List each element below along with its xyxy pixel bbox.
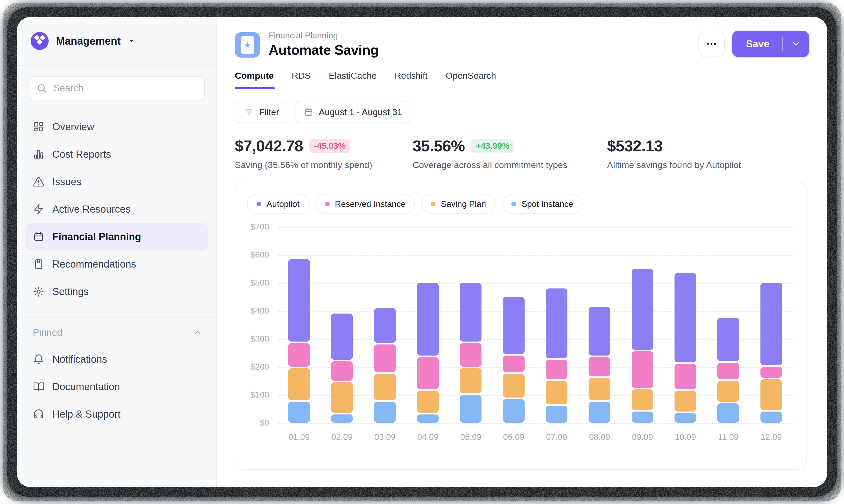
bar-segment-spot-instance[interactable] [374,402,396,422]
more-button[interactable] [698,31,725,57]
bar-segment-reserved-instance[interactable] [717,363,739,379]
sidebar-item-overview[interactable]: Overview [25,113,208,141]
bell-icon [33,354,45,365]
toolbar: Filter August 1 - August 31 [217,89,827,123]
sidebar-item-cost-reports[interactable]: Cost Reports [25,141,208,168]
legend-item-autopilot[interactable]: Autopilot [247,194,309,214]
bar-segment-saving-plan[interactable] [717,381,739,402]
bar-segment-spot-instance[interactable] [503,399,524,422]
sidebar-item-issues[interactable]: Issues [25,168,208,196]
search-input-wrap[interactable] [29,76,205,101]
sidebar-item-label: Financial Planning [52,231,141,242]
page-header: ★ Financial Planning Automate Saving Sav… [217,17,827,58]
legend-dot [325,201,330,206]
bookmark-icon [33,258,45,270]
sidebar-item-active-resources[interactable]: Active Resources [25,196,208,223]
bar-06.09 [492,227,535,422]
bar-segment-reserved-instance[interactable] [589,357,610,377]
bar-segment-autopilot[interactable] [632,269,653,350]
bar-segment-saving-plan[interactable] [760,379,782,410]
bar-segment-reserved-instance[interactable] [417,357,439,389]
bar-segment-spot-instance[interactable] [331,414,353,422]
bar-segment-autopilot[interactable] [546,288,567,358]
bar-segment-saving-plan[interactable] [417,391,439,413]
bar-segment-autopilot[interactable] [503,297,524,354]
sidebar-item-notifications[interactable]: Notifications [25,345,208,373]
bar-segment-spot-instance[interactable] [417,414,439,422]
bar-03.09 [364,227,407,422]
x-axis-label: 05.09 [449,432,492,442]
bar-segment-saving-plan[interactable] [632,389,653,410]
bar-segment-spot-instance[interactable] [760,412,782,422]
bar-segment-saving-plan[interactable] [503,374,524,397]
sidebar-item-label: Settings [52,286,89,298]
bar-segment-reserved-instance[interactable] [460,343,482,367]
legend-item-reserved-instance[interactable]: Reserved Instance [315,194,415,214]
grid-icon [33,121,45,132]
legend-item-saving-plan[interactable]: Saving Plan [421,194,496,214]
bar-segment-reserved-instance[interactable] [503,356,524,372]
save-button[interactable]: Save [732,31,809,57]
main-content: ★ Financial Planning Automate Saving Sav… [217,17,827,487]
filter-button[interactable]: Filter [235,101,288,123]
bar-segment-saving-plan[interactable] [460,368,482,393]
workspace-switcher[interactable]: Management [17,17,216,66]
save-dropdown-button[interactable] [783,39,809,49]
caret-down-icon [127,37,136,45]
bar-segment-spot-instance[interactable] [460,395,482,422]
bar-segment-spot-instance[interactable] [674,413,696,422]
sidebar-item-help-support[interactable]: Help & Support [25,400,208,428]
bar-segment-reserved-instance[interactable] [374,344,396,372]
x-axis-label: 12.09 [750,432,793,442]
sidebar-item-documentation[interactable]: Documentation [25,373,208,400]
search-input[interactable] [53,83,197,94]
bar-segment-spot-instance[interactable] [288,402,310,422]
sidebar: Management OverviewCost ReportsIssuesAct… [17,17,217,487]
bar-segment-reserved-instance[interactable] [546,360,567,379]
bar-segment-autopilot[interactable] [374,308,396,343]
page-titles: Financial Planning Automate Saving [269,31,379,58]
bar-04.09 [407,227,449,422]
bar-segment-saving-plan[interactable] [546,381,567,404]
bar-segment-spot-instance[interactable] [589,402,610,422]
tab-opensearch[interactable]: OpenSearch [446,71,496,89]
bar-segment-saving-plan[interactable] [374,374,396,400]
bar-segment-autopilot[interactable] [717,318,739,361]
y-axis-tick: $200 [245,362,269,372]
tab-bar: ComputeRDSElastiCacheRedshiftOpenSearch [217,58,827,89]
sidebar-item-recommendations[interactable]: Recommendations [25,250,208,278]
bar-segment-autopilot[interactable] [288,259,310,342]
bar-segment-autopilot[interactable] [460,283,482,342]
bar-segment-reserved-instance[interactable] [632,351,653,388]
bar-segment-saving-plan[interactable] [589,378,610,400]
bar-segment-reserved-instance[interactable] [288,343,310,367]
bar-segment-saving-plan[interactable] [331,382,353,413]
bar-10.09 [664,227,707,422]
bar-segment-reserved-instance[interactable] [760,367,782,378]
tab-redshift[interactable]: Redshift [395,71,428,89]
date-range-button[interactable]: August 1 - August 31 [295,101,411,123]
sidebar-item-financial-planning[interactable]: Financial Planning [25,223,208,250]
bar-segment-saving-plan[interactable] [288,368,310,400]
bar-segment-autopilot[interactable] [331,313,353,360]
tab-compute[interactable]: Compute [235,71,274,89]
bar-segment-spot-instance[interactable] [632,412,653,422]
sidebar-item-label: Help & Support [52,409,121,420]
calendar-icon [304,107,314,117]
bar-segment-autopilot[interactable] [674,273,696,363]
tab-elasticache[interactable]: ElastiCache [329,71,377,89]
bar-segment-autopilot[interactable] [589,307,610,356]
legend-item-spot-instance[interactable]: Spot Instance [502,194,583,214]
bar-segment-reserved-instance[interactable] [674,364,696,389]
bar-segment-spot-instance[interactable] [717,403,739,423]
tab-rds[interactable]: RDS [292,71,311,89]
pinned-section-toggle[interactable]: Pinned [17,318,216,340]
bar-segment-saving-plan[interactable] [674,391,696,412]
bar-segment-reserved-instance[interactable] [331,361,353,381]
sidebar-item-settings[interactable]: Settings [25,278,208,305]
bar-segment-autopilot[interactable] [760,283,782,365]
sidebar-item-label: Documentation [52,381,120,393]
chevron-down-icon [791,39,800,49]
bar-segment-autopilot[interactable] [417,283,439,356]
bar-segment-spot-instance[interactable] [546,406,567,422]
